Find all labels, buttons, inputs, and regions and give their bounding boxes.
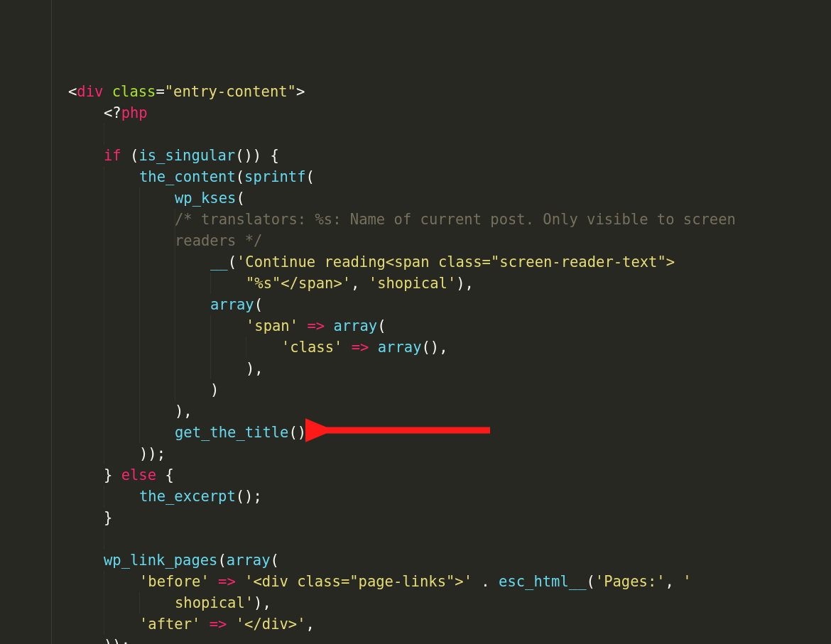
code-token: , [351,275,369,292]
code-token: __ [210,253,228,271]
code-line: /* translators: %s: Name of current post… [68,209,831,230]
indent-guide [104,187,104,209]
code-line: shopical'), [68,592,831,613]
indent-guide [104,571,104,592]
code-token: (); [236,488,262,505]
indent-guide [210,273,211,294]
code-token: 'after' [139,616,200,633]
code-token: is_singular [138,147,235,164]
indent-guide [104,528,104,550]
code-token: ' [683,573,691,590]
code-line [68,528,831,550]
indent-guide [104,358,104,379]
indent-guide [139,251,140,273]
code-line: readers */ [68,230,831,251]
indent-guide [104,422,104,443]
code-token: '</div>' [236,616,306,633]
code-line: 'before' => '<div class="page-links">' .… [68,571,831,592]
indent-guide [246,337,246,358]
indent-guide [104,124,104,145]
code-token: php [121,104,148,121]
code-token [325,317,333,334]
code-token: ( [236,168,244,185]
code-token: ), [175,403,192,420]
code-token: ()) { [235,147,279,164]
code-line: __('Continue reading<span class="screen-… [68,251,831,273]
code-token: "entry-content" [165,83,296,100]
code-line [68,124,831,145]
code-token [103,83,112,100]
code-token: > [296,83,305,100]
indent-guide [104,486,104,507]
code-token: ), [456,275,474,292]
indent-guide [139,230,140,251]
code-token: ( [377,317,386,334]
code-token: ) [210,381,219,398]
code-token: => [218,573,236,590]
code-token [210,573,218,590]
code-token: 'before' [139,573,210,590]
indent-guide [104,613,104,635]
indent-guide [175,294,175,315]
indent-guide [175,337,175,358]
code-token: <? [104,104,121,121]
code-token: sprintf [244,168,305,185]
code-token: ( [121,147,139,164]
code-line: "%s"</span>', 'shopical'), [68,273,831,294]
code-token: class [112,83,156,100]
code-area[interactable]: <div class="entry-content"><?php if (is_… [68,81,831,644]
code-token: () [288,424,306,441]
code-token: array [227,552,271,569]
code-token: else [121,466,156,484]
code-token: = [156,83,164,100]
indent-guide [175,358,175,379]
code-token: => [352,339,369,356]
code-token: } [104,466,121,484]
code-token: => [307,317,325,334]
code-token: array [210,296,254,313]
code-token: ( [228,253,237,271]
code-token: wp_kses [175,190,236,207]
indent-guide [175,315,175,337]
indent-guide [104,273,104,294]
indent-guide [139,592,140,613]
code-token: ( [586,573,594,590]
code-token: ( [254,296,263,313]
code-token: 'Pages:' [595,573,666,590]
indent-guide [210,358,211,379]
indent-guide [139,337,140,358]
code-token: ), [254,594,271,611]
code-token [298,317,307,334]
indent-guide [139,422,140,443]
indent-guide [139,187,140,209]
code-token: div [77,83,103,100]
indent-guide [104,337,104,358]
code-token: esc_html__ [499,573,586,590]
code-token: 'span' [246,317,298,334]
code-line: if (is_singular()) { [68,145,831,166]
code-token: (), [422,339,448,356]
code-token: /* translators: %s: Name of current post… [175,211,744,228]
indent-guide [139,294,140,315]
code-line: <div class="entry-content"> [68,81,831,102]
code-line: array( [68,294,831,315]
code-line: wp_link_pages(array( [68,550,831,571]
code-token: if [104,147,121,164]
indent-guide [104,209,104,230]
indent-guide [139,315,140,337]
indent-guide [104,379,104,400]
code-token [200,616,209,633]
code-token: readers */ [175,232,262,249]
indent-guide [104,166,104,187]
code-token: ( [306,168,315,185]
indent-guide [104,251,104,273]
code-token [369,339,377,356]
indent-guide [104,315,104,337]
indent-guide [175,273,175,294]
code-token: 'Continue reading<span class="screen-rea… [237,253,683,271]
code-line: ), [68,400,831,422]
indent-guide [139,379,140,400]
indent-guide [175,379,175,400]
code-token [227,616,235,633]
code-editor[interactable]: <div class="entry-content"><?php if (is_… [0,0,831,644]
